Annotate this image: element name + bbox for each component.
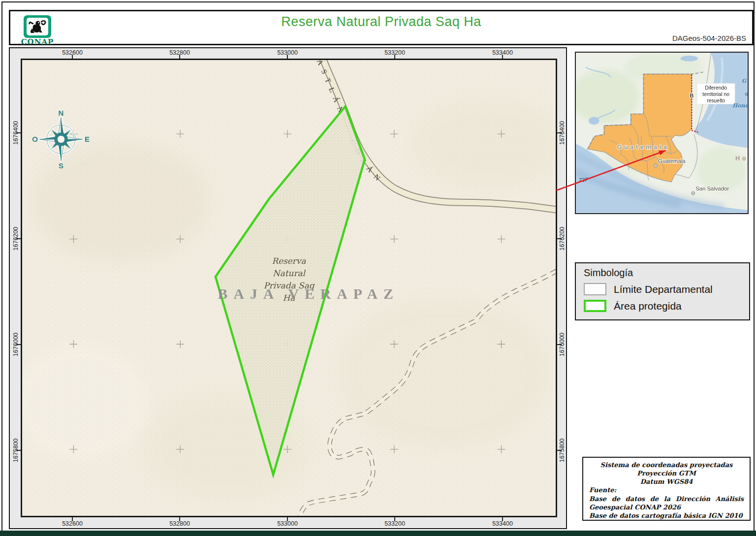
inset-san-salvador-label: San Salvador	[695, 186, 729, 191]
compass-rose-icon: N S E O	[31, 108, 91, 170]
inset-honduras-label: Ho	[735, 155, 748, 162]
svg-text:territorial no: territorial no	[702, 92, 729, 97]
projection-line: Proyección GTM	[589, 469, 744, 477]
inset-belize-label: B	[690, 93, 693, 98]
protected-area-swatch	[584, 300, 606, 312]
grid-coord-bottom: 533400	[488, 520, 517, 527]
grid-tick	[16, 344, 21, 345]
svg-text:resuelto: resuelto	[707, 98, 725, 103]
source-line: Base de datos cartografía básica IGN 201…	[589, 511, 744, 520]
sea-label-fragment: Hond	[732, 102, 748, 109]
datum-line: Datum WGS84	[589, 477, 744, 486]
svg-text:Diferendo: Diferendo	[705, 85, 727, 91]
credits: Sistema de coordenadas proyectadas Proye…	[582, 457, 751, 521]
departmental-boundary-swatch	[584, 283, 606, 295]
compass-south-label: S	[59, 161, 63, 170]
grid-tick	[502, 517, 503, 521]
grid-tick	[72, 55, 73, 59]
inset-lagoon	[681, 56, 698, 62]
grid-tick	[502, 55, 503, 59]
header: CONAP Reserva Natural Privada Saq Ha DAG…	[9, 10, 754, 45]
legend-item-protected-area: Área protegida	[584, 300, 741, 312]
inset-locator-map: B Diferendo territorial no resuelto G d …	[575, 52, 749, 214]
svg-text:Natural: Natural	[273, 268, 306, 278]
grid-coord-bottom: 533200	[380, 520, 410, 527]
grid-tick	[557, 344, 562, 345]
main-map-box: 532600 532800 533000 533200 533400 53260…	[9, 47, 567, 529]
inset-country-label: Guatemala	[617, 143, 669, 151]
grid-tick	[16, 132, 21, 133]
grid-tick	[394, 517, 395, 521]
legend: Simbología Límite Departamental Área pro…	[575, 262, 750, 320]
grid-tick	[557, 450, 562, 451]
grid-coord-bottom: 532800	[165, 520, 194, 527]
grid-tick	[179, 517, 180, 521]
grid-tick	[16, 450, 21, 451]
grid-tick	[287, 55, 288, 59]
grid-tick	[394, 55, 395, 59]
depth-label: 727	[578, 176, 588, 183]
legend-item-label: Límite Departamental	[614, 284, 713, 295]
map-canvas: ASTLÁN - COBÁN Reserva Natural Privada S…	[21, 59, 557, 517]
inset-capital-label: Guatemala	[658, 158, 686, 164]
legend-item-departmental: Límite Departamental	[584, 283, 741, 295]
compass-north-label: N	[59, 109, 64, 117]
legend-title: Simbología	[584, 267, 741, 279]
city-dot	[692, 191, 695, 195]
grid-tick	[287, 517, 288, 521]
coordinate-system-line: Sistema de coordenadas proyectadas	[589, 461, 744, 469]
source-line: Base de datos de la Dirección Análisis G…	[589, 495, 744, 511]
sea-label-fragment: d	[745, 91, 748, 97]
grid-tick	[179, 55, 180, 59]
grid-tick	[557, 132, 562, 133]
compass-east-label: E	[85, 135, 90, 143]
grid-coord-bottom: 532600	[58, 520, 87, 527]
map-sheet: CONAP Reserva Natural Privada Saq Ha DAG…	[0, 0, 756, 536]
capital-city-dot	[654, 164, 658, 167]
compass-west-label: O	[32, 135, 38, 143]
footer-bar	[0, 531, 756, 536]
fuente-label: Fuente:	[589, 486, 744, 494]
sea-label-fragment: G	[742, 78, 747, 84]
grid-tick	[16, 238, 21, 239]
grid-tick	[72, 517, 73, 521]
department-label: BAJA VERAPAZ	[218, 285, 399, 302]
svg-text:Reserva: Reserva	[272, 256, 306, 266]
document-id: DAGeos-504-2026-BS	[672, 34, 746, 42]
grid-tick	[557, 238, 562, 239]
grid-coord-bottom: 533000	[273, 520, 302, 527]
legend-item-label: Área protegida	[614, 300, 682, 312]
conap-logo-text: CONAP	[16, 37, 59, 46]
page-title: Reserva Natural Privada Saq Ha	[10, 14, 752, 30]
